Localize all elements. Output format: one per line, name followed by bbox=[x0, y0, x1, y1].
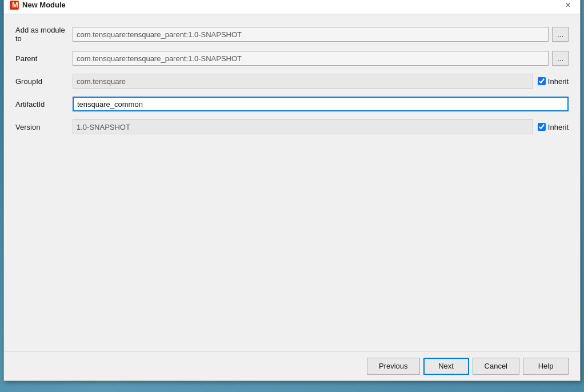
add-as-module-row: Add as module to ... bbox=[15, 26, 569, 43]
add-as-module-label: Add as module to bbox=[15, 26, 73, 43]
group-id-input[interactable] bbox=[73, 74, 533, 89]
dialog-wrapper: M New Module × Add as module to ... Pare… bbox=[0, 0, 584, 392]
group-id-inherit-label: Inherit bbox=[548, 77, 569, 86]
parent-label: Parent bbox=[15, 54, 73, 63]
title-bar: M New Module × bbox=[4, 0, 580, 14]
parent-row: Parent ... bbox=[15, 51, 569, 66]
version-inherit-label: Inherit bbox=[548, 123, 569, 131]
title-bar-left: M New Module bbox=[10, 1, 66, 10]
close-button[interactable]: × bbox=[562, 0, 574, 11]
cancel-button[interactable]: Cancel bbox=[473, 358, 519, 375]
group-id-label: GroupId bbox=[15, 77, 73, 86]
help-button[interactable]: Help bbox=[523, 358, 569, 375]
add-as-module-browse-button[interactable]: ... bbox=[552, 27, 569, 42]
parent-browse-button[interactable]: ... bbox=[552, 51, 569, 66]
previous-button[interactable]: Previous bbox=[367, 358, 420, 375]
add-as-module-input[interactable] bbox=[73, 27, 549, 42]
version-inherit-check: Inherit bbox=[538, 123, 569, 131]
version-label: Version bbox=[15, 123, 73, 131]
dialog-footer: Previous Next Cancel Help bbox=[4, 351, 580, 381]
version-row: Version Inherit bbox=[15, 119, 569, 134]
dialog-content: Add as module to ... Parent ... GroupId … bbox=[4, 14, 580, 351]
artifact-id-label: ArtifactId bbox=[15, 100, 73, 109]
next-button[interactable]: Next bbox=[423, 358, 469, 375]
group-id-inherit-checkbox[interactable] bbox=[538, 77, 546, 85]
new-module-dialog: M New Module × Add as module to ... Pare… bbox=[3, 0, 581, 381]
group-id-row: GroupId Inherit bbox=[15, 74, 569, 89]
dialog-title: New Module bbox=[22, 1, 66, 9]
group-id-inherit-check: Inherit bbox=[538, 77, 569, 86]
svg-text:M: M bbox=[12, 1, 18, 9]
version-input[interactable] bbox=[73, 119, 533, 134]
artifact-id-row: ArtifactId bbox=[15, 97, 569, 111]
parent-input[interactable] bbox=[73, 51, 549, 66]
version-inherit-checkbox[interactable] bbox=[538, 123, 546, 131]
artifact-id-input[interactable] bbox=[73, 97, 569, 111]
dialog-icon: M bbox=[10, 1, 19, 10]
